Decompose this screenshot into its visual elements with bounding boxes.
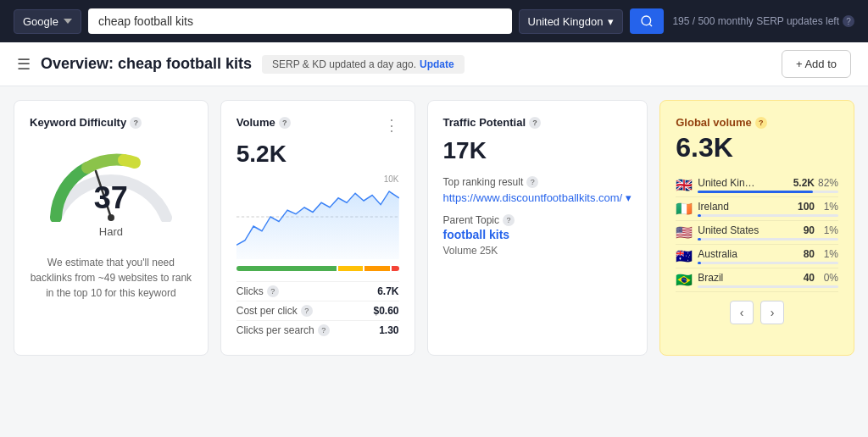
keyword-input[interactable]: [88, 8, 512, 34]
volume-help-icon[interactable]: ?: [279, 117, 291, 129]
parent-topic-help-icon[interactable]: ?: [503, 214, 515, 226]
credits-info: 195 / 500 monthly SERP updates left ?: [672, 15, 854, 27]
country-row-us: 🇺🇸 United States 90 1%: [676, 221, 838, 245]
br-volume: 40: [786, 272, 815, 284]
main-content: Keyword Difficulty ? 37 Hard We esti: [0, 86, 868, 369]
au-flag-icon: 🇦🇺: [676, 248, 693, 264]
top-ranking-url[interactable]: https://www.discountfootballkits.com/ ▾: [443, 191, 632, 204]
gv-help-icon[interactable]: ?: [755, 117, 767, 129]
gv-value: 6.3K: [676, 132, 838, 163]
ie-flag-icon: 🇮🇪: [676, 201, 693, 217]
country-dropdown[interactable]: United Kingdon ▾: [519, 9, 624, 34]
page-header: ☰ Overview: cheap football kits SERP & K…: [0, 42, 868, 86]
hamburger-icon[interactable]: ☰: [17, 55, 31, 74]
br-name: Brazil: [698, 272, 786, 284]
uk-volume: 5.2K: [786, 177, 815, 189]
parent-topic-link[interactable]: football kits: [443, 228, 632, 241]
us-pct: 1%: [815, 224, 838, 236]
br-flag-icon: 🇧🇷: [676, 272, 693, 288]
bar-other: [392, 266, 399, 271]
credits-help-icon[interactable]: ?: [843, 15, 854, 27]
prev-arrow-button[interactable]: ‹: [730, 301, 754, 324]
cpc-label: Cost per click ?: [236, 305, 313, 317]
svg-point-3: [108, 214, 114, 221]
chevron-down-icon: ▾: [608, 15, 614, 28]
page-title: Overview: cheap football kits: [41, 55, 252, 73]
kd-description: We estimate that you'll need backlinks f…: [30, 255, 192, 301]
clicks-label: Clicks ?: [236, 285, 279, 297]
credits-text: 195 / 500 monthly SERP updates left: [672, 15, 839, 27]
cps-label: Clicks per search ?: [236, 324, 330, 336]
traffic-potential-card: Traffic Potential ? 17K Top ranking resu…: [427, 100, 648, 356]
bar-organic: [236, 266, 337, 271]
parent-topic-label: Parent Topic ?: [443, 214, 632, 226]
cps-value: 1.30: [379, 324, 398, 336]
trend-chart: [236, 174, 399, 259]
topbar: Google United Kingdon ▾ 195 / 500 monthl…: [0, 0, 868, 42]
kd-difficulty-label: Hard: [30, 225, 192, 238]
us-flag-icon: 🇺🇸: [676, 224, 693, 241]
engine-dropdown[interactable]: Google: [14, 9, 81, 34]
keyword-difficulty-card: Keyword Difficulty ? 37 Hard We esti: [14, 100, 209, 356]
search-button[interactable]: [630, 8, 664, 34]
us-name: United States: [698, 224, 786, 236]
pagination-arrows: ‹ ›: [676, 301, 838, 324]
country-row-au: 🇦🇺 Australia 80 1%: [676, 245, 838, 268]
clicks-distribution-bar: [236, 266, 399, 271]
next-arrow-button[interactable]: ›: [760, 301, 784, 324]
volume-card: Volume ? ⋮ 5.2K 10K: [220, 100, 415, 356]
cps-stat-row: Clicks per search ? 1.30: [236, 320, 399, 340]
uk-flag-icon: 🇬🇧: [676, 177, 693, 193]
au-volume: 80: [786, 248, 815, 260]
ie-pct: 1%: [815, 201, 838, 213]
tp-title: Traffic Potential ?: [443, 116, 632, 129]
svg-line-1: [650, 24, 653, 26]
br-pct: 0%: [815, 272, 838, 284]
update-link[interactable]: Update: [420, 58, 454, 70]
kd-help-icon[interactable]: ?: [130, 117, 142, 129]
volume-title: Volume ?: [236, 116, 291, 129]
bar-paid: [338, 266, 363, 271]
header-left: ☰ Overview: cheap football kits SERP & K…: [17, 55, 465, 74]
tp-value: 17K: [443, 137, 632, 164]
us-volume: 90: [786, 224, 815, 236]
update-badge: SERP & KD updated a day ago. Update: [262, 55, 465, 74]
country-label: United Kingdon: [528, 15, 604, 28]
clicks-value: 6.7K: [377, 285, 398, 297]
parent-topic-volume: Volume 25K: [443, 245, 632, 257]
cpc-value: $0.60: [374, 305, 399, 317]
uk-name: United Kin…: [698, 177, 786, 189]
ie-name: Ireland: [698, 201, 786, 213]
kd-title: Keyword Difficulty ?: [30, 116, 192, 129]
bar-no-click: [364, 266, 389, 271]
more-options-icon[interactable]: ⋮: [384, 116, 399, 135]
au-name: Australia: [698, 248, 786, 260]
dropdown-arrow-icon: ▾: [626, 191, 632, 204]
tp-help-icon[interactable]: ?: [529, 117, 541, 129]
chart-ymax-label: 10K: [384, 174, 399, 184]
cps-help-icon[interactable]: ?: [318, 324, 330, 336]
badge-text: SERP & KD updated a day ago.: [272, 58, 416, 70]
country-row-br: 🇧🇷 Brazil 40 0%: [676, 268, 838, 292]
global-volume-card: Global volume ? 6.3K 🇬🇧 United Kin… 5.2K…: [659, 100, 854, 356]
top-ranking-label: Top ranking result ?: [443, 176, 632, 188]
add-to-button[interactable]: + Add to: [782, 50, 851, 78]
gv-title: Global volume ?: [676, 116, 838, 129]
engine-label: Google: [23, 15, 58, 28]
volume-value: 5.2K: [236, 141, 399, 168]
gauge-score-label: 37: [94, 183, 128, 213]
volume-header: Volume ? ⋮: [236, 116, 399, 137]
clicks-help-icon[interactable]: ?: [267, 285, 279, 297]
search-group: Google United Kingdon ▾: [14, 8, 664, 34]
country-row-ie: 🇮🇪 Ireland 100 1%: [676, 197, 838, 221]
cpc-help-icon[interactable]: ?: [301, 305, 313, 317]
add-to-label: + Add to: [796, 58, 837, 70]
country-row-uk: 🇬🇧 United Kin… 5.2K 82%: [676, 174, 838, 197]
au-pct: 1%: [815, 248, 838, 260]
cpc-stat-row: Cost per click ? $0.60: [236, 301, 399, 320]
volume-chart: 10K: [236, 174, 399, 259]
svg-point-0: [642, 16, 651, 25]
search-icon: [640, 14, 654, 28]
uk-pct: 82%: [815, 177, 838, 189]
top-ranking-help-icon[interactable]: ?: [526, 176, 538, 188]
